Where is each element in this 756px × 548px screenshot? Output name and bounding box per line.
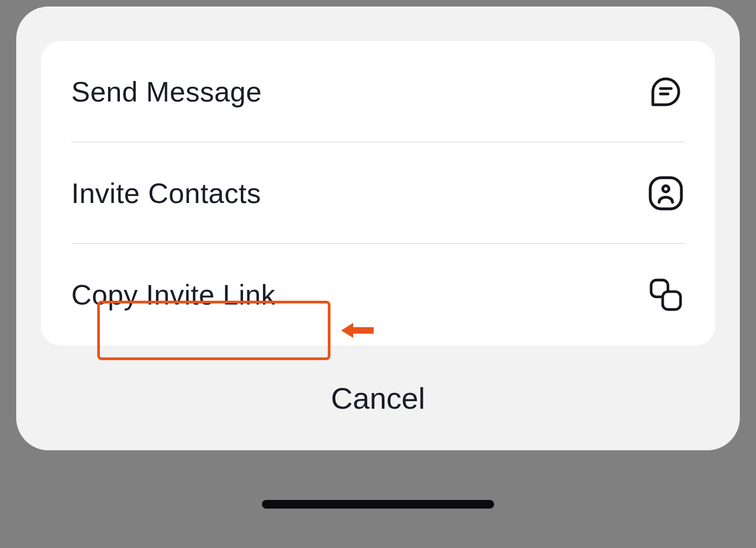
copy-icon (647, 276, 685, 314)
svg-rect-5 (663, 292, 680, 309)
home-indicator (262, 500, 494, 509)
cancel-label: Cancel (331, 381, 425, 416)
option-invite-contacts[interactable]: Invite Contacts (41, 143, 715, 244)
option-label: Send Message (71, 76, 262, 108)
option-send-message[interactable]: Send Message (41, 41, 715, 143)
svg-point-3 (663, 186, 669, 192)
option-copy-invite-link[interactable]: Copy Invite Link (41, 244, 715, 346)
action-sheet: Send Message Invite Contacts (16, 6, 740, 450)
chat-icon (647, 73, 685, 111)
cancel-button[interactable]: Cancel (16, 346, 740, 450)
option-label: Copy Invite Link (71, 279, 275, 311)
person-icon (647, 174, 685, 212)
option-label: Invite Contacts (71, 177, 261, 209)
options-card: Send Message Invite Contacts (41, 41, 715, 346)
